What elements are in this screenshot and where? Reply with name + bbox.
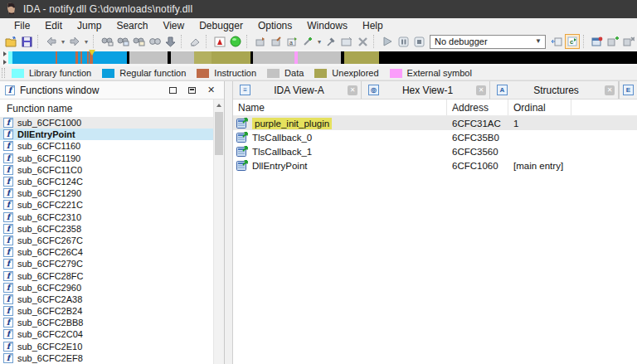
function-row[interactable]: f sub_6CFC221C	[0, 199, 213, 211]
export-row[interactable]: TlsCallback_0 6CFC35B0	[233, 130, 637, 144]
maximize-icon[interactable]	[168, 85, 177, 95]
column-header-address[interactable]: Address	[447, 99, 508, 115]
functions-window-titlebar[interactable]: f Functions window ✕	[0, 81, 224, 99]
panel-splitter[interactable]	[225, 81, 233, 364]
jump-xref-icon[interactable]	[131, 34, 146, 49]
column-header-name[interactable]: Name	[233, 99, 447, 115]
export-row[interactable]: TlsCallback_1 6CFC3560	[233, 144, 637, 158]
function-row[interactable]: f sub_6CFC11C0	[0, 164, 213, 176]
float-icon[interactable]	[187, 85, 197, 95]
function-row[interactable]: f sub_6CFC2C04	[0, 328, 213, 340]
function-name: sub_6CFC2EF8	[17, 353, 83, 363]
menu-item[interactable]: Debugger	[192, 19, 250, 32]
compiler-options-icon[interactable]: c	[565, 34, 580, 49]
back-history-caret[interactable]: ▾	[60, 34, 66, 49]
function-row[interactable]: f sub_6CFC124C	[0, 176, 213, 187]
debugger-windows-icon[interactable]	[590, 34, 605, 49]
jump-down-icon[interactable]	[163, 34, 177, 49]
debugger-start-icon[interactable]	[380, 34, 395, 49]
create-function-icon[interactable]	[253, 34, 268, 49]
function-icon: f	[3, 306, 13, 316]
column-header-ordinal[interactable]: Ordinal	[508, 99, 571, 115]
function-row[interactable]: f sub_6CFC2BB8	[0, 317, 213, 328]
delete-breakpoint-icon[interactable]	[621, 34, 636, 49]
chevron-down-icon[interactable]: ▼	[533, 37, 543, 46]
function-row[interactable]: f sub_6CFC2B24	[0, 305, 213, 317]
function-row[interactable]: f sub_6CFC2EF8	[0, 352, 213, 364]
strings-window-icon[interactable]	[212, 34, 227, 49]
legend-label: Library function	[29, 68, 91, 78]
run-analysis-icon[interactable]	[228, 34, 243, 49]
address-band[interactable]	[8, 51, 637, 64]
pin-icon[interactable]	[323, 34, 338, 49]
close-icon[interactable]: ✕	[207, 85, 216, 95]
function-row[interactable]: f sub_6CFC279C	[0, 258, 213, 269]
cancel-icon[interactable]	[355, 34, 370, 49]
menu-item[interactable]: Edit	[37, 19, 70, 32]
jump-name-icon[interactable]	[115, 34, 130, 49]
menu-item[interactable]: View	[155, 19, 192, 32]
function-row[interactable]: f sub_6CFC1190	[0, 153, 213, 164]
forward-history-caret[interactable]: ▾	[83, 34, 90, 49]
function-row[interactable]: f DllEntryPoint	[0, 129, 213, 140]
jump-address-icon[interactable]	[100, 34, 114, 49]
undefine-icon[interactable]	[187, 34, 202, 49]
function-row[interactable]: f sub_6CFC267C	[0, 235, 213, 246]
tab-close-icon[interactable]: ✕	[476, 85, 486, 95]
function-row[interactable]: f sub_6CFC1000	[0, 117, 213, 129]
function-icon: f	[3, 353, 13, 363]
attach-process-icon[interactable]	[549, 34, 564, 49]
menu-item[interactable]: Help	[355, 19, 391, 32]
functions-column-header[interactable]: Function name	[0, 99, 213, 117]
view-tab-partial[interactable]: E	[619, 81, 637, 99]
function-row[interactable]: f sub_6CFC2A38	[0, 294, 213, 305]
menu-item[interactable]: File	[7, 19, 37, 32]
tab-icon: E	[623, 85, 634, 95]
function-row[interactable]: f sub_6CFC26C4	[0, 246, 213, 258]
rename-icon[interactable]: a	[284, 34, 299, 49]
menu-item[interactable]: Search	[109, 19, 155, 32]
scroll-up-icon[interactable]	[214, 99, 224, 111]
menu-item[interactable]: Windows	[299, 19, 355, 32]
debugger-pause-icon[interactable]	[396, 34, 411, 49]
function-row[interactable]: f sub_6CFC2960	[0, 282, 213, 294]
functions-scrollbar[interactable]	[213, 99, 224, 364]
debugger-stop-icon[interactable]	[411, 34, 426, 49]
view-tab[interactable]: A Structures ✕	[490, 81, 619, 99]
edit-function-icon[interactable]	[269, 34, 284, 49]
function-name: sub_6CFC28FC	[17, 271, 83, 281]
function-row[interactable]: f sub_6CFC2358	[0, 223, 213, 235]
debugger-select[interactable]: No debugger ▼	[430, 35, 546, 49]
add-breakpoint-icon[interactable]	[605, 34, 620, 49]
function-row[interactable]: f sub_6CFC1290	[0, 187, 213, 199]
function-row[interactable]: f sub_6CFC28FC	[0, 269, 213, 281]
view-tab[interactable]: ◎ Hex View-1 ✕	[362, 81, 490, 99]
function-name: sub_6CFC1290	[17, 188, 81, 198]
save-icon[interactable]	[19, 34, 34, 49]
open-file-icon[interactable]	[3, 34, 18, 49]
tab-close-icon[interactable]: ✕	[348, 85, 357, 95]
navigate-forward-icon[interactable]	[67, 34, 82, 49]
menu-item[interactable]: Options	[250, 19, 299, 32]
navigator-band[interactable]	[0, 50, 637, 66]
tab-close-icon[interactable]: ✕	[605, 85, 615, 95]
menu-item[interactable]: Jump	[70, 19, 109, 32]
navigate-back-icon[interactable]	[44, 34, 59, 49]
tab-icon: ≡	[240, 85, 250, 95]
band-segment	[129, 51, 168, 64]
scrollbar-thumb[interactable]	[215, 112, 223, 155]
toolbar-separator	[373, 35, 377, 48]
band-segment	[93, 51, 127, 64]
function-row[interactable]: f sub_6CFC2310	[0, 211, 213, 223]
snapshot-icon[interactable]	[339, 34, 354, 49]
search-icon[interactable]	[147, 34, 162, 49]
function-row[interactable]: f sub_6CFC2E10	[0, 341, 213, 352]
add-item-caret[interactable]: ▾	[316, 34, 323, 49]
export-address: 6CFC35B0	[447, 133, 508, 143]
export-row[interactable]: DllEntryPoint 6CFC1060 [main entry]	[233, 158, 637, 172]
view-tab[interactable]: ≡ IDA View-A ✕	[233, 81, 362, 99]
function-row[interactable]: f sub_6CFC1160	[0, 140, 213, 152]
export-row[interactable]: purple_init_plugin 6CFC31AC 1	[233, 116, 637, 130]
legend-label: Unexplored	[332, 68, 378, 78]
add-item-icon[interactable]	[300, 34, 315, 49]
